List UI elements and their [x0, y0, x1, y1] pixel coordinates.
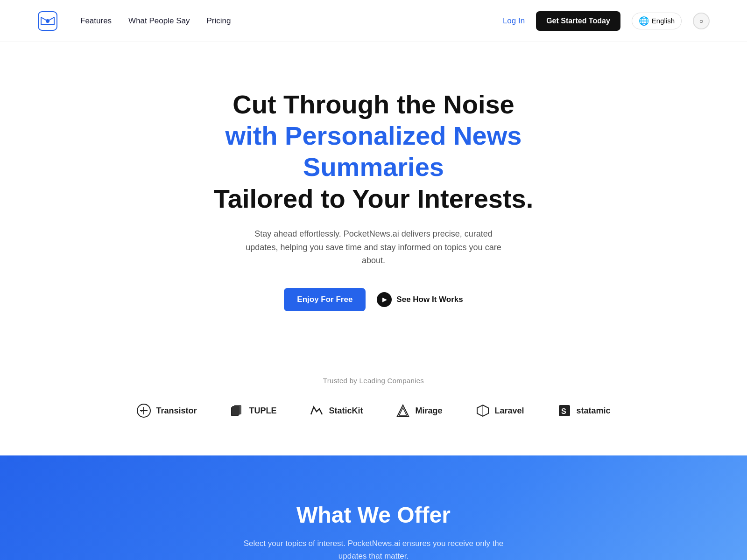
statamic-icon: S	[557, 403, 572, 418]
company-laravel: Laravel	[475, 403, 524, 418]
enjoy-free-button[interactable]: Enjoy For Free	[284, 288, 366, 311]
statickit-label: StaticKit	[329, 406, 363, 416]
navbar: Features What People Say Pricing Log In …	[0, 0, 747, 42]
nav-links: Features What People Say Pricing	[80, 16, 231, 26]
hero-title-line1: Cut Through the Noise	[233, 90, 514, 119]
statamic-label: statamic	[577, 406, 611, 416]
language-selector[interactable]: 🌐 English	[632, 13, 682, 29]
hero-subtitle: Stay ahead effortlessly. PocketNews.ai d…	[238, 227, 509, 267]
see-how-label: See How It Works	[396, 295, 463, 304]
transistor-label: Transistor	[156, 406, 197, 416]
company-mirage: Mirage	[395, 403, 442, 418]
tuple-icon	[229, 403, 244, 418]
svg-point-1	[46, 19, 49, 23]
company-statickit: StaticKit	[309, 403, 363, 418]
trusted-label: Trusted by Leading Companies	[323, 377, 424, 385]
hero-title-line3: Tailored to Your Interests.	[214, 184, 534, 213]
company-transistor: + Transistor	[136, 403, 197, 418]
company-tuple: TUPLE	[229, 403, 276, 418]
offer-title: What We Offer	[37, 502, 710, 528]
svg-rect-8	[232, 406, 240, 415]
svg-marker-10	[399, 408, 407, 415]
offer-subtitle: Select your topics of interest. PocketNe…	[233, 537, 514, 560]
nav-features[interactable]: Features	[80, 16, 112, 26]
theme-icon: ○	[699, 17, 703, 25]
logo[interactable]	[37, 11, 58, 31]
company-statamic: S statamic	[557, 403, 611, 418]
transistor-icon: +	[136, 403, 151, 418]
language-label: English	[652, 17, 675, 25]
svg-marker-9	[397, 405, 409, 416]
hero-title-highlight: with Personalized News Summaries	[226, 121, 522, 182]
nav-what-people-say[interactable]: What People Say	[128, 16, 190, 26]
get-started-button[interactable]: Get Started Today	[536, 11, 620, 31]
mirage-icon	[395, 403, 410, 418]
login-link[interactable]: Log In	[503, 16, 525, 26]
statickit-icon	[309, 403, 324, 418]
svg-text:+: +	[141, 409, 143, 413]
logo-icon	[37, 11, 58, 31]
nav-left: Features What People Say Pricing	[37, 11, 231, 31]
play-icon: ▶	[377, 292, 392, 307]
nav-pricing[interactable]: Pricing	[206, 16, 231, 26]
tuple-label: TUPLE	[249, 406, 276, 416]
hero-section: Cut Through the Noise with Personalized …	[0, 42, 747, 349]
see-how-button[interactable]: ▶ See How It Works	[377, 292, 463, 307]
globe-icon: 🌐	[639, 16, 649, 26]
trusted-section: Trusted by Leading Companies + Transisto…	[0, 349, 747, 455]
hero-cta: Enjoy For Free ▶ See How It Works	[284, 288, 463, 311]
mirage-label: Mirage	[415, 406, 442, 416]
trusted-logos: + Transistor TUPLE StaticKit	[136, 403, 610, 418]
svg-text:S: S	[561, 407, 566, 415]
hero-title: Cut Through the Noise with Personalized …	[173, 89, 574, 214]
laravel-icon	[475, 403, 490, 418]
theme-toggle[interactable]: ○	[693, 13, 710, 29]
offer-section: What We Offer Select your topics of inte…	[0, 455, 747, 560]
nav-right: Log In Get Started Today 🌐 English ○	[503, 11, 710, 31]
laravel-label: Laravel	[495, 406, 524, 416]
